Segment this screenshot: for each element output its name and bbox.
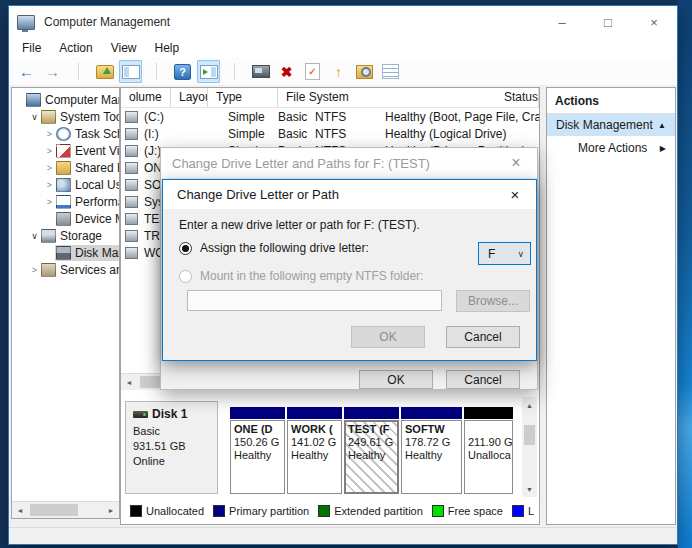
tree-expander-icon[interactable]: > — [44, 163, 55, 173]
back-icon[interactable]: ← — [15, 60, 38, 83]
partition-block[interactable]: WORK (141.02 GHealthy — [287, 407, 342, 494]
cancel-button[interactable]: Cancel — [446, 326, 520, 348]
storage-icon — [41, 229, 56, 243]
ok-button[interactable]: OK — [359, 370, 433, 389]
menu-item[interactable]: File — [13, 40, 50, 56]
toolbar-separator[interactable] — [223, 60, 246, 83]
dialog-titlebar[interactable]: Change Drive Letter and Paths for F: (TE… — [161, 148, 537, 178]
browse-button[interactable]: Browse... — [456, 290, 530, 312]
menu-item[interactable]: Action — [50, 40, 101, 56]
partition-block[interactable]: 211.90 GUnalloca — [464, 407, 513, 494]
partition-block[interactable]: TEST (F249.61 GHealthy — [344, 407, 399, 494]
disk-info-panel[interactable]: Disk 1 Basic 931.51 GB Online — [125, 401, 218, 494]
tree-item[interactable]: >Shared F — [12, 159, 119, 176]
menu-item[interactable]: Help — [146, 40, 189, 56]
tree-item[interactable]: ∨System Tool — [12, 108, 119, 125]
task-scheduler-icon — [56, 127, 71, 141]
assign-drive-letter-radio[interactable]: Assign the following drive letter: — [179, 241, 369, 255]
actions-group-disk-management[interactable]: Disk Management ▲ — [547, 114, 675, 136]
tree-item[interactable]: >Event Vie — [12, 142, 119, 159]
partition-status: Healthy — [348, 449, 397, 462]
close-icon[interactable]: × — [494, 180, 536, 209]
menu-item[interactable]: View — [102, 40, 146, 56]
close-icon[interactable]: × — [495, 148, 537, 178]
tree-expander-icon[interactable]: > — [44, 129, 55, 139]
tree-expander-icon[interactable]: ∨ — [29, 112, 40, 122]
legend-item: Unallocated — [130, 505, 204, 517]
tree-expander-icon[interactable]: > — [44, 180, 55, 190]
disk-status: Online — [133, 454, 217, 469]
forward-icon[interactable]: → — [41, 60, 64, 83]
volume-name: (J:) — [144, 144, 161, 158]
mount-folder-radio[interactable]: Mount in the following empty NTFS folder… — [179, 269, 423, 283]
scroll-thumb[interactable] — [524, 425, 535, 445]
volume-row[interactable]: (C:)SimpleBasicNTFSHealthy (Boot, Page F… — [121, 108, 539, 125]
remote-computer-icon[interactable] — [249, 60, 272, 83]
tree-item-label: Storage — [60, 229, 102, 243]
collapse-icon[interactable]: ▲ — [658, 121, 666, 130]
list-options-icon[interactable] — [379, 60, 402, 83]
tree-item[interactable]: >Performa — [12, 193, 119, 210]
tree-item[interactable]: Computer Mana — [12, 91, 119, 108]
volume-list-header: olumeLayoutTypeFile SystemStatus — [121, 88, 539, 108]
partition-block[interactable]: SOFTW178.72 GHealthy — [401, 407, 462, 494]
tree-item[interactable]: Disk Mar — [12, 244, 119, 261]
tree-horizontal-scrollbar[interactable]: ◄ ► — [12, 501, 119, 518]
tree-expander-icon[interactable]: > — [44, 197, 55, 207]
radio-selected-icon[interactable] — [179, 242, 192, 255]
toolbar-separator[interactable] — [67, 60, 90, 83]
tree-item[interactable]: Device M — [12, 210, 119, 227]
check-document-icon[interactable]: ✓ — [301, 60, 324, 83]
tree-item[interactable]: >Local Us — [12, 176, 119, 193]
scroll-right-icon[interactable]: ► — [103, 502, 119, 518]
tree-expander-icon[interactable]: > — [44, 146, 55, 156]
scroll-up-icon[interactable]: ▲ — [522, 397, 538, 413]
maximize-button[interactable]: □ — [585, 6, 631, 38]
delete-icon[interactable]: ✖ — [275, 60, 298, 83]
disk-view-vertical-scrollbar[interactable]: ▲ ▼ — [522, 397, 537, 497]
up-one-level-icon[interactable] — [93, 60, 116, 83]
disk-type: Basic — [133, 424, 217, 439]
more-actions-item[interactable]: More Actions ▶ — [547, 136, 675, 160]
tree-item[interactable]: >Task Sch — [12, 125, 119, 142]
volume-status: Healthy (Logical Drive) — [377, 127, 539, 141]
graphical-disk-view: Disk 1 Basic 931.51 GB Online ONE (D150.… — [121, 390, 539, 501]
titlebar[interactable]: Computer Management –□× — [9, 6, 677, 38]
tree-expander-icon[interactable]: ∨ — [29, 231, 40, 241]
column-header[interactable]: File System — [278, 88, 496, 107]
mount-path-input[interactable] — [187, 290, 442, 311]
chevron-down-icon: ∨ — [517, 249, 524, 259]
cancel-button[interactable]: Cancel — [446, 370, 520, 389]
action-pane-toggle-icon[interactable] — [197, 60, 220, 83]
radio-unselected-icon[interactable] — [179, 270, 192, 283]
up-arrow-icon[interactable]: ↑ — [327, 60, 350, 83]
scroll-left-icon[interactable]: ◄ — [121, 374, 137, 390]
scroll-thumb[interactable] — [30, 504, 78, 516]
column-header[interactable]: Type — [208, 88, 278, 107]
scroll-left-icon[interactable]: ◄ — [12, 502, 28, 518]
status-bar — [9, 527, 677, 544]
volume-row[interactable]: (I:)SimpleBasicNTFSHealthy (Logical Driv… — [121, 125, 539, 142]
partition-name — [468, 423, 512, 436]
column-header[interactable]: Layout — [171, 88, 208, 107]
help-icon[interactable]: ? — [171, 60, 194, 83]
column-header[interactable]: olume — [121, 88, 171, 107]
tree-item[interactable]: ∨Storage — [12, 227, 119, 244]
scroll-down-icon[interactable]: ▼ — [522, 481, 538, 497]
dialog-titlebar[interactable]: Change Drive Letter or Path × — [163, 180, 536, 209]
column-header[interactable]: Status — [496, 88, 539, 107]
ok-button[interactable]: OK — [351, 326, 425, 348]
console-tree: Computer Mana∨System Tool>Task Sch>Event… — [12, 88, 119, 278]
computer-icon — [26, 93, 41, 107]
tree-expander-icon[interactable]: > — [29, 265, 40, 275]
close-button[interactable]: × — [631, 6, 677, 38]
drive-letter-dropdown[interactable]: F ∨ — [478, 242, 531, 265]
tree-item[interactable]: >Services and — [12, 261, 119, 278]
tree-item-label: Performa — [75, 195, 120, 209]
actions-header: Actions — [547, 88, 675, 114]
minimize-button[interactable]: – — [539, 6, 585, 38]
console-tree-toggle-icon[interactable] — [119, 60, 142, 83]
partition-block[interactable]: ONE (D150.26 GHealthy — [230, 407, 285, 494]
search-folder-icon[interactable] — [353, 60, 376, 83]
toolbar-separator[interactable] — [145, 60, 168, 83]
